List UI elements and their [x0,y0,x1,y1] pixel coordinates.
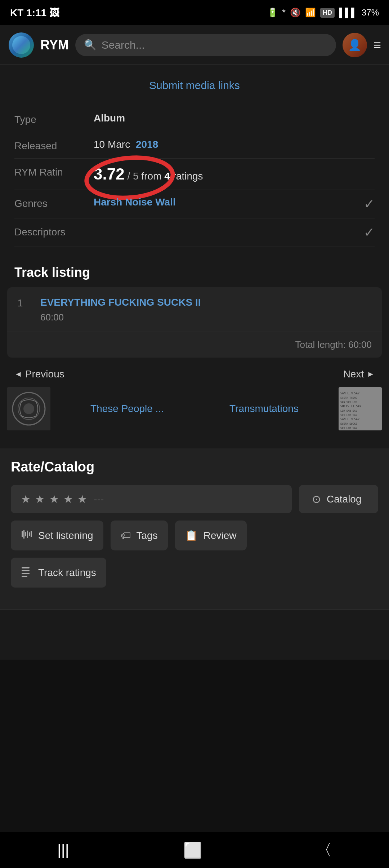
next-album-link[interactable]: Transmutations [229,403,299,415]
status-icons: 🔋 * 🔇 📶 HD ▌▌▌ 37% [267,8,379,18]
review-label: Review [204,530,237,541]
submit-media-section: Submit media links [0,65,389,102]
related-links: These People ... Transmutations [58,403,331,415]
track-info: EVERYTHING FUCKING SUCKS II 60:00 [40,296,372,323]
rating-number: 3.72 [94,165,125,183]
wifi-icon: 📶 [305,8,316,18]
battery-icon: 🔋 [267,8,278,18]
svg-rect-22 [22,570,30,571]
svg-rect-18 [27,531,28,538]
avatar[interactable]: 👤 [343,33,367,57]
next-album-image: SAN LIM SAV EVERY THING SAN SAV LIM SUCK… [339,387,382,430]
svg-rect-15 [22,531,23,537]
rating-row: RYM Ratin 3.72 / 5 from 4 ratings [14,159,375,190]
svg-text:LIM SAN SAV: LIM SAN SAV [340,409,357,412]
tags-label: Tags [137,530,158,541]
svg-rect-17 [25,532,26,536]
next-button[interactable]: Next [343,368,375,380]
submit-media-link[interactable]: Submit media links [149,79,240,91]
released-year[interactable]: 2018 [136,139,158,150]
svg-rect-20 [31,531,32,537]
svg-text:SAV LIM SAN: SAV LIM SAN [340,414,357,417]
genres-value[interactable]: Harsh Noise Wall [94,196,364,208]
stars-dashes: --- [94,493,104,505]
genres-check-icon: ✓ [364,196,375,212]
svg-rect-21 [22,567,30,568]
bottom-peek-section [0,609,389,660]
next-album-thumb[interactable]: SAN LIM SAV EVERY THING SAN SAV LIM SUCK… [339,387,382,430]
track-ratings-label: Track ratings [38,567,96,579]
bottom-nav-bar: ||| ⬜ 〈 [0,832,389,868]
rating-value-area: 3.72 / 5 from 4 ratings [94,165,375,183]
search-icon: 🔍 [84,39,97,51]
app-logo[interactable] [9,32,34,58]
catalog-button[interactable]: ⊙ Catalog [299,485,378,513]
menu-button[interactable]: ≡ [374,37,380,53]
track-name[interactable]: EVERYTHING FUCKING SUCKS II [40,296,372,309]
prev-album-thumb[interactable] [7,387,50,430]
svg-text:EVERY THING: EVERY THING [340,397,357,399]
previous-label: Previous [25,368,64,380]
catalog-label: Catalog [327,493,362,505]
prev-next-navigation: Previous Next [0,358,389,387]
nav-home[interactable]: ⬜ [183,841,202,859]
descriptors-label: Descriptors [14,225,94,238]
type-label: Type [14,112,94,125]
related-albums-section: These People ... Transmutations SAN LIM … [0,387,389,441]
genres-row: Genres Harsh Noise Wall ✓ [14,190,375,218]
review-button[interactable]: 📋 Review [175,521,247,550]
status-carrier-time: KT 1:11 🖼 [10,7,59,19]
type-row: Type Album [14,106,375,132]
status-bar: KT 1:11 🖼 🔋 * 🔇 📶 HD ▌▌▌ 37% [0,0,389,25]
track-number: 1 [17,296,32,309]
nav-back[interactable]: 〈 [317,840,332,860]
track-duration: 60:00 [40,312,372,323]
stars-catalog-row: ★ ★ ★ ★ ★ --- ⊙ Catalog [11,485,378,513]
prev-album-image [7,387,50,430]
avatar-icon: 👤 [348,39,361,51]
rating-from-text: from 4 ratings [141,170,203,182]
tags-button[interactable]: 🏷 Tags [111,521,168,550]
track-listing-box: 1 EVERYTHING FUCKING SUCKS II 60:00 Tota… [7,287,382,358]
nav-recent-apps[interactable]: ||| [57,841,69,859]
app-name: RYM [40,37,69,53]
svg-text:SAN LIM SAV: SAN LIM SAV [340,418,359,421]
total-length-label: Total length: [295,339,345,350]
star-icons: ★ ★ ★ ★ ★ [21,493,88,505]
prev-album-link[interactable]: These People ... [90,403,164,415]
svg-rect-19 [29,532,30,536]
svg-text:SAV LIM SAN: SAV LIM SAN [340,427,357,430]
rym-rating-label: RYM Ratin [14,165,94,178]
sound-off-icon: 🔇 [290,8,301,18]
set-listening-button[interactable]: Set listening [11,521,103,550]
track-ratings-button[interactable]: Track ratings [11,558,106,588]
svg-point-4 [23,403,34,414]
track-listing-header: Track listing [0,254,389,287]
svg-rect-23 [22,573,30,574]
set-listening-label: Set listening [38,530,93,541]
track-row: 1 EVERYTHING FUCKING SUCKS II 60:00 [7,287,382,332]
descriptors-row: Descriptors ✓ [14,218,375,247]
genres-label: Genres [14,196,94,209]
listening-icon [21,528,32,542]
svg-rect-24 [22,576,27,577]
tags-icon: 🏷 [121,530,131,541]
rating-denominator: / 5 [127,170,138,182]
rate-catalog-title: Rate/Catalog [11,459,378,475]
search-bar[interactable]: 🔍 Search... [75,34,336,56]
main-content: Submit media links Type Album Released 1… [0,65,389,660]
previous-button[interactable]: Previous [14,368,64,380]
rate-catalog-section: Rate/Catalog ★ ★ ★ ★ ★ --- ⊙ Catalog [0,448,389,609]
star-rating-button[interactable]: ★ ★ ★ ★ ★ --- [11,485,292,513]
actions-row-1: Set listening 🏷 Tags 📋 Review [11,521,378,550]
signal-icon: ▌▌▌ [339,8,357,18]
svg-text:SAN SAV LIM: SAN SAV LIM [340,401,357,404]
released-day: 10 Marc [94,139,130,150]
type-value: Album [94,112,375,124]
actions-row-2: Track ratings [11,558,378,588]
total-length-row: Total length: 60:00 [7,332,382,358]
hd-icon: HD [320,8,335,18]
next-label: Next [343,368,364,380]
track-ratings-icon [21,566,32,580]
svg-text:SUCKS II SAV: SUCKS II SAV [340,405,361,408]
